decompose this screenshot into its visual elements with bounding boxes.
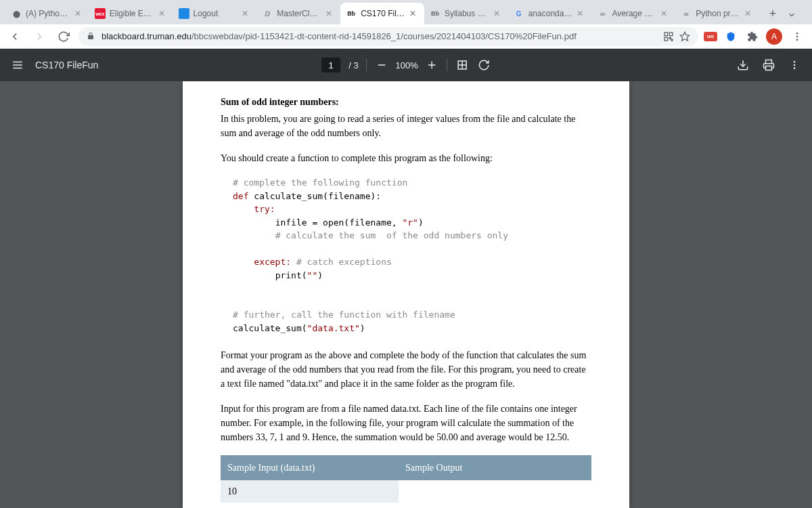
browser-tab[interactable]: G anaconda pyth ✕: [508, 3, 592, 24]
pdf-page: Sum of odd integer numbers: In this prob…: [183, 81, 629, 508]
profile-avatar[interactable]: A: [766, 28, 782, 45]
svg-marker-5: [680, 32, 689, 41]
close-icon[interactable]: ✕: [242, 9, 251, 18]
page-number-input[interactable]: [321, 58, 340, 72]
tab-title: Average of od: [612, 9, 656, 18]
pdf-toolbar: CS170 FileFun / 3 100%: [0, 49, 812, 81]
tab-title: anaconda pyth: [528, 9, 573, 18]
favicon: Bb: [346, 8, 357, 19]
tab-title: (A) Python for Eve: [26, 9, 70, 18]
back-button[interactable]: [5, 27, 24, 46]
pdf-viewport[interactable]: Sum of odd integer numbers: In this prob…: [0, 81, 812, 508]
close-icon[interactable]: ✕: [158, 9, 168, 18]
paragraph: In this problem, you are going to read a…: [221, 112, 591, 140]
pdf-document-title: CS170 FileFun: [35, 60, 98, 70]
chevron-down-icon[interactable]: [782, 5, 801, 24]
close-icon[interactable]: ✕: [325, 9, 335, 18]
extension-icon[interactable]: [723, 28, 739, 45]
close-icon[interactable]: ✕: [577, 9, 586, 18]
favicon: wex: [95, 8, 106, 19]
sample-io-table: Sample Input (data.txt) Sample Output 10…: [221, 455, 591, 508]
browser-tab[interactable]: ∞ Python progra ✕: [675, 3, 759, 24]
section-heading: Sum of odd integer numbers:: [221, 95, 591, 109]
svg-rect-2: [664, 37, 668, 41]
divider: [367, 59, 367, 71]
zoom-level: 100%: [396, 60, 418, 70]
favicon: ∞: [681, 8, 692, 19]
svg-point-20: [794, 61, 796, 63]
browser-tab[interactable]: ⬤ (A) Python for Eve ✕: [5, 3, 89, 24]
tab-title: Python progra: [696, 9, 740, 18]
paragraph: Input for this program are from a file n…: [221, 402, 591, 444]
svg-rect-4: [671, 39, 673, 41]
browser-tab-strip: ⬤ (A) Python for Eve ✕ wex Eligible Expe…: [0, 0, 812, 24]
favicon: [179, 8, 189, 19]
svg-point-6: [796, 33, 798, 35]
browser-tab-active[interactable]: Bb CS170 FileFun ✕: [340, 3, 424, 24]
qr-icon[interactable]: [663, 31, 674, 42]
lock-icon: [87, 32, 96, 41]
close-icon[interactable]: ✕: [493, 9, 503, 18]
tab-title: CS170 FileFun: [361, 9, 405, 18]
sample-input-value: 33: [221, 503, 399, 508]
zoom-in-button[interactable]: [425, 58, 438, 72]
url-text: blackboard.truman.edu/bbcswebdav/pid-115…: [102, 31, 577, 41]
tab-title: MasterClass |: [277, 9, 321, 18]
browser-tab[interactable]: Bb Syllabus of the ✕: [424, 3, 508, 24]
favicon: G: [514, 8, 524, 19]
download-icon[interactable]: [736, 58, 750, 72]
svg-rect-0: [664, 33, 668, 36]
code-block: # complete the following function def ca…: [233, 176, 591, 335]
favicon: Bb: [430, 8, 441, 19]
browser-tab[interactable]: Logout ✕: [173, 3, 257, 24]
tab-title: Syllabus of the: [445, 9, 489, 18]
forward-button[interactable]: [30, 27, 49, 46]
favicon: ⬤: [11, 8, 22, 19]
favicon: ∞: [597, 8, 608, 19]
paragraph: Format your program as the above and com…: [221, 348, 591, 391]
browser-tab[interactable]: ⅅ MasterClass | ✕: [256, 3, 340, 24]
hamburger-menu-icon[interactable]: [11, 58, 24, 72]
kebab-menu-icon[interactable]: [788, 27, 807, 46]
browser-tab[interactable]: wex Eligible Expen ✕: [89, 3, 173, 24]
extension-icon[interactable]: uo: [704, 32, 717, 41]
new-tab-button[interactable]: +: [763, 4, 782, 23]
print-icon[interactable]: [762, 58, 775, 72]
browser-tab[interactable]: ∞ Average of od ✕: [591, 3, 675, 24]
divider: [447, 59, 447, 71]
paragraph: You should create a function to complete…: [221, 151, 591, 165]
svg-point-22: [794, 67, 796, 69]
svg-rect-3: [669, 37, 671, 39]
svg-rect-19: [766, 66, 772, 70]
tab-title: Logout: [194, 9, 238, 18]
address-bar[interactable]: blackboard.truman.edu/bbcswebdav/pid-115…: [78, 27, 698, 46]
sample-output-cell: Sum of the odd numbers is: 50.00 Average…: [399, 480, 591, 508]
avatar-letter: A: [771, 32, 777, 41]
svg-point-21: [794, 64, 796, 66]
svg-rect-1: [669, 33, 673, 36]
close-icon[interactable]: ✕: [744, 9, 754, 18]
tab-title: Eligible Expen: [110, 9, 154, 18]
close-icon[interactable]: ✕: [660, 9, 670, 18]
fit-page-icon[interactable]: [455, 58, 469, 72]
sample-input-rows: 10 33 22 7 1 9 2: [221, 480, 399, 508]
reload-button[interactable]: [54, 27, 73, 46]
address-bar-row: blackboard.truman.edu/bbcswebdav/pid-115…: [0, 24, 812, 49]
star-icon[interactable]: [679, 31, 690, 42]
table-header-output: Sample Output: [399, 455, 591, 480]
table-header-input: Sample Input (data.txt): [221, 455, 399, 480]
favicon: ⅅ: [262, 8, 273, 19]
close-icon[interactable]: ✕: [74, 9, 84, 18]
svg-point-7: [796, 35, 798, 37]
zoom-out-button[interactable]: [376, 58, 389, 72]
page-total-label: / 3: [348, 60, 358, 70]
close-icon[interactable]: ✕: [409, 9, 419, 18]
svg-point-8: [796, 39, 798, 41]
sample-input-value: 10: [221, 480, 399, 503]
kebab-menu-icon[interactable]: [788, 58, 801, 72]
extensions-puzzle-icon[interactable]: [744, 28, 761, 45]
rotate-icon[interactable]: [477, 58, 491, 72]
